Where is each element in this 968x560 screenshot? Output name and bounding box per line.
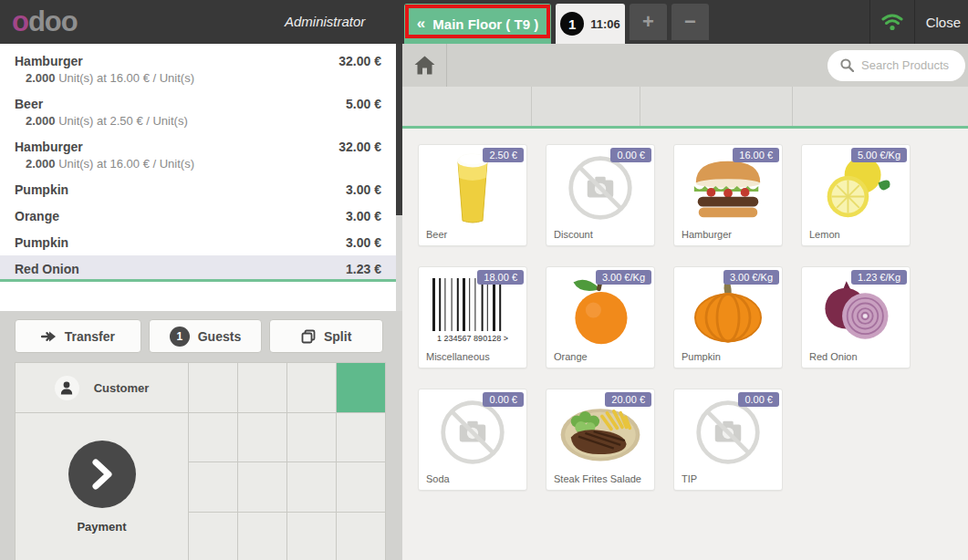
category-tab-vegetables[interactable]: [793, 87, 968, 126]
username-label: Administrator: [285, 14, 365, 29]
order-line[interactable]: Beer 5.00 € 2.000 Unit(s) at 2.50 € / Un…: [0, 90, 396, 133]
order-tab[interactable]: 1 11:06: [556, 4, 625, 44]
product-card[interactable]: 20.00 € Steak Frites Salade: [546, 389, 655, 491]
pos-app: odoo Administrator « Main Floor ( T9 ) 1…: [0, 0, 968, 560]
category-tab-fruits[interactable]: [402, 87, 532, 126]
order-line-price: 32.00 €: [338, 140, 381, 154]
numpad-key[interactable]: [238, 363, 286, 412]
price-tag: 3.00 €/Kg: [723, 270, 779, 285]
customer-button[interactable]: Customer: [16, 363, 188, 412]
add-order-button[interactable]: +: [630, 4, 667, 40]
svg-text:1 234567 890128 >: 1 234567 890128 >: [437, 334, 508, 343]
order-line[interactable]: Hamburger 32.00 € 2.000 Unit(s) at 16.00…: [0, 133, 396, 176]
home-button[interactable]: [402, 44, 447, 87]
wifi-icon[interactable]: [870, 0, 914, 44]
product-card[interactable]: 16.00 € Hamburger: [673, 144, 783, 246]
price-tag: 18.00 €: [477, 270, 524, 285]
product-name: Pumpkin: [682, 351, 721, 362]
product-card[interactable]: 0.00 € TIP: [673, 389, 783, 491]
product-name: Discount: [554, 229, 593, 240]
price-tag: 5.00 €/Kg: [851, 148, 907, 162]
product-card[interactable]: 3.00 €/Kg Orange: [546, 266, 655, 368]
backspace-key[interactable]: [337, 513, 385, 560]
table-actions-row: Transfer 1 Guests Split: [15, 319, 383, 353]
split-button[interactable]: Split: [269, 319, 383, 353]
search-box[interactable]: [827, 50, 965, 81]
numpad-key[interactable]: [287, 513, 336, 560]
product-card[interactable]: 5.00 €/Kg Lemon: [801, 144, 911, 246]
order-list-wrap: Hamburger 32.00 € 2.000 Unit(s) at 16.00…: [0, 44, 402, 311]
numpad-key[interactable]: [238, 462, 286, 512]
product-name: Lemon: [809, 229, 840, 240]
order-line[interactable]: Red Onion 1.23 €: [0, 255, 396, 282]
close-button[interactable]: Close: [915, 0, 968, 44]
numpad-key[interactable]: [189, 462, 237, 512]
search-input[interactable]: [861, 58, 963, 72]
product-name: Steak Frites Salade: [554, 473, 641, 484]
order-line[interactable]: Orange 3.00 €: [0, 202, 396, 229]
product-card[interactable]: 1.23 €/Kg Red Onion: [801, 266, 911, 368]
arrow-right-icon: [41, 330, 57, 343]
category-tab-restaurant[interactable]: [640, 87, 793, 126]
order-line-detail: 2.000 Unit(s) at 2.50 € / Unit(s): [15, 114, 381, 128]
numpad-key[interactable]: [189, 413, 237, 462]
guest-count-badge: 1: [170, 327, 190, 347]
numpad-key[interactable]: [287, 363, 336, 412]
numpad-key[interactable]: [287, 462, 336, 512]
order-line-detail: 2.000 Unit(s) at 16.00 € / Unit(s): [15, 157, 381, 171]
price-tag: 1.23 €/Kg: [851, 270, 907, 285]
floor-tab-label: Main Floor ( T9 ): [432, 16, 538, 32]
product-name: Red Onion: [809, 351, 858, 362]
status-area: Close: [869, 0, 968, 44]
order-scrollbar[interactable]: [396, 44, 402, 311]
product-name: Orange: [554, 351, 588, 362]
order-line-detail: 2.000 Unit(s) at 16.00 € / Unit(s): [15, 71, 381, 85]
order-line[interactable]: Pumpkin 3.00 €: [0, 176, 396, 202]
numpad-key[interactable]: [337, 413, 385, 462]
copy-pages-icon: [301, 329, 316, 344]
order-line-price: 32.00 €: [338, 54, 381, 68]
action-pad: Transfer 1 Guests Split: [0, 311, 402, 560]
split-label: Split: [324, 329, 351, 344]
remove-order-button[interactable]: −: [671, 4, 709, 40]
order-line[interactable]: Hamburger 32.00 € 2.000 Unit(s) at 16.00…: [0, 47, 396, 90]
numpad-key[interactable]: [238, 413, 286, 462]
guests-button[interactable]: 1 Guests: [149, 319, 263, 353]
order-line[interactable]: Pumpkin 3.00 €: [0, 229, 396, 255]
customer-label: Customer: [94, 381, 150, 395]
order-line-price: 3.00 €: [346, 235, 381, 250]
category-tab-tea[interactable]: [532, 87, 640, 126]
product-name: Beer: [426, 229, 447, 240]
floor-tabs: « Main Floor ( T9 ) 1 11:06 + −: [404, 4, 709, 44]
products-toolbar: [402, 44, 968, 87]
floor-tab-main-floor[interactable]: « Main Floor ( T9 ): [404, 4, 551, 44]
order-line-name: Pumpkin: [15, 182, 68, 197]
scrollbar-thumb[interactable]: [396, 44, 402, 215]
price-tag: 3.00 €/Kg: [596, 270, 651, 285]
numpad-key[interactable]: [189, 513, 237, 560]
numpad-key[interactable]: [238, 513, 286, 560]
transfer-button[interactable]: Transfer: [15, 319, 141, 353]
guests-label: Guests: [198, 329, 241, 344]
payment-label: Payment: [77, 520, 126, 534]
order-list: Hamburger 32.00 € 2.000 Unit(s) at 16.00…: [0, 44, 396, 311]
product-card[interactable]: 0.00 € Soda: [418, 389, 527, 491]
numpad-key[interactable]: [337, 462, 385, 512]
topbar: odoo Administrator « Main Floor ( T9 ) 1…: [0, 0, 968, 44]
payment-button[interactable]: Payment: [16, 413, 188, 560]
products-panel: 2.50 € Beer 0.00 € Discount 16.00 € Hamb…: [402, 44, 968, 560]
product-card[interactable]: 18.00 € 1 234567 890128 > Miscellaneous: [418, 266, 527, 368]
product-card[interactable]: 2.50 € Beer: [418, 144, 527, 246]
product-card[interactable]: 0.00 € Discount: [546, 144, 655, 246]
transfer-label: Transfer: [65, 329, 115, 344]
order-line-price: 5.00 €: [346, 97, 381, 111]
order-line-name: Pumpkin: [15, 235, 68, 250]
numpad-key[interactable]: [189, 363, 237, 412]
category-tabs: [402, 87, 968, 129]
order-line-name: Hamburger: [15, 140, 83, 154]
numpad-key[interactable]: [287, 413, 336, 462]
price-tag: 0.00 €: [483, 392, 524, 407]
numpad-key[interactable]: [337, 363, 385, 412]
product-card[interactable]: 3.00 €/Kg Pumpkin: [673, 266, 783, 368]
order-line-price: 3.00 €: [346, 182, 381, 197]
